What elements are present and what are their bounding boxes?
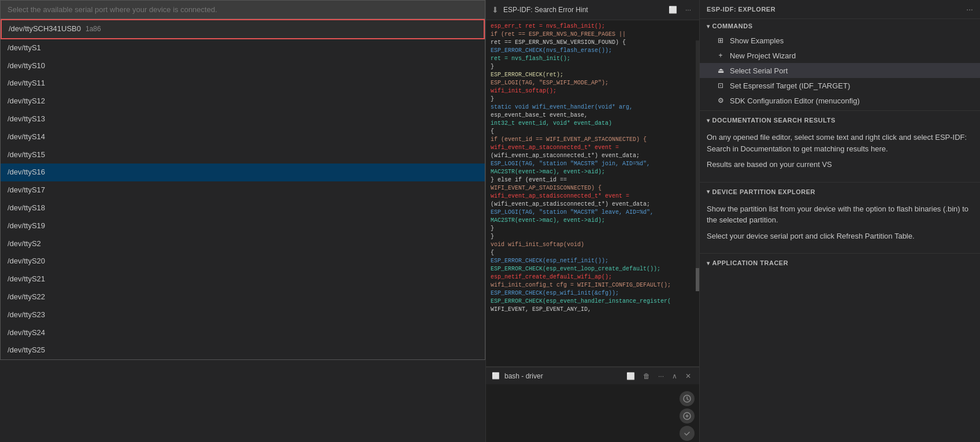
code-line: } xyxy=(486,233,699,241)
new-project-wizard-item[interactable]: + New Project Wizard xyxy=(700,48,980,63)
list-item[interactable]: /dev/ttyS11 xyxy=(1,75,485,92)
select-serial-port-item[interactable]: ⏏ Select Serial Port xyxy=(700,63,980,78)
sdk-config-item[interactable]: ⚙ SDK Configuration Editor (menuconfig) xyxy=(700,93,980,108)
code-line: } xyxy=(486,225,699,233)
device-partition-chevron-icon: ▾ xyxy=(707,188,710,195)
code-line: wifi_event_ap_stadisconnected_t* event = xyxy=(486,192,699,200)
serial-picker: /dev/ttySCH341USB0 1a86 /dev/ttyS1 /dev/… xyxy=(0,0,485,360)
list-item[interactable]: /dev/ttyS25 xyxy=(1,341,485,359)
set-target-item[interactable]: ⊡ Set Espressif Target (IDF_TARGET) xyxy=(700,78,980,93)
right-header: ESP-IDF: EXPLORER ··· xyxy=(700,0,980,19)
terminal-action-1[interactable] xyxy=(680,391,695,406)
code-line: esp_err_t ret = nvs_flash_init(); xyxy=(486,23,699,31)
code-line: wifi_init_softap(); xyxy=(486,87,699,95)
right-panel-title: ESP-IDF: EXPLORER xyxy=(707,6,775,13)
right-panel-more-button[interactable]: ··· xyxy=(966,5,973,14)
code-line: ESP_ERROR_CHECK(esp_event_handler_instan… xyxy=(486,298,699,306)
code-line: static void wifi_event_handler(void* arg… xyxy=(486,103,699,112)
divider-3 xyxy=(700,253,980,254)
middle-header: ⬇ ESP-IDF: Search Error Hint ⬜ ··· xyxy=(486,0,699,20)
list-item[interactable]: /dev/ttyS20 xyxy=(1,252,485,270)
device-partition-content: Show the partition list from your device… xyxy=(700,199,980,251)
list-item[interactable]: /dev/ttyS22 xyxy=(1,288,485,306)
code-line: } xyxy=(486,63,699,71)
code-line: wifi_event_ap_staconnected_t* event = xyxy=(486,144,699,152)
code-line: { xyxy=(486,128,699,136)
application-tracer-chevron-icon: ▾ xyxy=(707,260,710,266)
doc-search-description-1: On any opened file editor, select some t… xyxy=(707,132,973,154)
more-options-icon[interactable]: ··· xyxy=(683,5,693,15)
code-line: ret == ESP_ERR_NVS_NEW_VERSION_FOUND) { xyxy=(486,39,699,47)
split-editor-icon[interactable]: ⬜ xyxy=(666,5,680,15)
set-target-icon: ⊡ xyxy=(716,81,725,90)
list-item[interactable]: /dev/ttyS13 xyxy=(1,110,485,128)
list-item[interactable]: /dev/ttyS14 xyxy=(1,128,485,146)
list-item[interactable]: /dev/ttyS23 xyxy=(1,306,485,324)
serial-list: /dev/ttySCH341USB0 1a86 /dev/ttyS1 /dev/… xyxy=(1,18,485,359)
code-line: } else if (event_id == xyxy=(486,176,699,184)
list-item[interactable]: /dev/ttyS10 xyxy=(1,57,485,75)
doc-search-chevron-icon: ▾ xyxy=(707,117,710,124)
commands-section-header[interactable]: ▾ COMMANDS xyxy=(700,19,980,33)
code-line: ESP_ERROR_CHECK(esp_wifi_init(&cfg)); xyxy=(486,289,699,298)
application-tracer-section-header[interactable]: ▾ APPLICATION TRACER xyxy=(700,256,980,270)
doc-search-section-header[interactable]: ▾ DOCUMENTATION SEARCH RESULTS xyxy=(700,113,980,127)
serial-search-input[interactable] xyxy=(1,1,485,18)
code-line: if (event_id == WIFI_EVENT_AP_STACONNECT… xyxy=(486,136,699,144)
code-line: WIFI_EVENT_AP_STADISCONNECTED) { xyxy=(486,184,699,192)
show-examples-label: Show Examples xyxy=(730,36,784,45)
code-line: int32_t event_id, void* event_data) xyxy=(486,120,699,128)
set-target-label: Set Espressif Target (IDF_TARGET) xyxy=(730,81,850,90)
code-line: wifi_init_config_t cfg = WIFI_INIT_CONFI… xyxy=(486,281,699,289)
list-item[interactable]: /dev/ttyS18 xyxy=(1,199,485,217)
device-partition-section-label: DEVICE PARTITION EXPLORER xyxy=(712,188,816,195)
code-line: ESP_LOGI(TAG, "station "MACSTR" join, AI… xyxy=(486,160,699,168)
middle-header-icons: ⬜ ··· xyxy=(666,5,693,15)
list-item[interactable]: /dev/ttyS21 xyxy=(1,270,485,288)
list-item[interactable]: /dev/ttyS17 xyxy=(1,181,485,199)
split-terminal-icon[interactable]: ⬜ xyxy=(624,371,637,381)
code-line: esp_netif_create_default_wifi_ap(); xyxy=(486,273,699,281)
terminal-bar: ⬜ bash - driver ⬜ 🗑 ··· ∧ ✕ xyxy=(486,367,699,384)
code-line: (wifi_event_ap_stadisconnected_t*) event… xyxy=(486,200,699,209)
show-examples-icon: ⊞ xyxy=(716,36,725,45)
list-item[interactable]: /dev/ttyS15 xyxy=(1,146,485,164)
list-item[interactable]: /dev/ttyS2 xyxy=(1,235,485,253)
serial-item-selected[interactable]: /dev/ttySCH341USB0 1a86 xyxy=(1,19,485,39)
sdk-config-label: SDK Configuration Editor (menuconfig) xyxy=(730,96,860,105)
doc-search-section-label: DOCUMENTATION SEARCH RESULTS xyxy=(712,117,836,124)
terminal-checkmark-icon[interactable] xyxy=(680,426,695,441)
code-lines: esp_err_t ret = nvs_flash_init(); if (re… xyxy=(486,20,699,316)
device-partition-description-1: Show the partition list from your device… xyxy=(707,203,973,226)
close-terminal-icon[interactable]: ✕ xyxy=(683,371,693,381)
scrollbar xyxy=(696,40,699,291)
more-terminal-icon[interactable]: ··· xyxy=(656,371,666,381)
terminal-action-icons xyxy=(491,387,695,441)
code-line: if (ret == ESP_ERR_NVS_NO_FREE_PAGES || xyxy=(486,31,699,39)
code-line: WIFI_EVENT, ESP_EVENT_ANY_ID, xyxy=(486,306,699,314)
delete-terminal-icon[interactable]: 🗑 xyxy=(641,371,652,381)
list-item[interactable]: /dev/ttyS16 xyxy=(1,164,485,181)
list-item[interactable]: /dev/ttyS12 xyxy=(1,92,485,110)
code-line: void wifi_init_softap(void) xyxy=(486,241,699,249)
terminal-icons: ⬜ 🗑 ··· ∧ ✕ xyxy=(624,371,693,381)
middle-panel: ⬇ ESP-IDF: Search Error Hint ⬜ ··· esp_e… xyxy=(485,0,699,442)
show-examples-item[interactable]: ⊞ Show Examples xyxy=(700,33,980,48)
middle-header-title: ESP-IDF: Search Error Hint xyxy=(503,6,662,14)
list-item[interactable]: /dev/ttyS19 xyxy=(1,217,485,235)
divider-2 xyxy=(700,182,980,183)
terminal-action-2[interactable] xyxy=(680,408,695,424)
list-item[interactable]: /dev/ttyS24 xyxy=(1,324,485,342)
select-serial-port-icon: ⏏ xyxy=(716,66,725,75)
left-panel: /dev/ttySCH341USB0 1a86 /dev/ttyS1 /dev/… xyxy=(0,0,485,442)
code-line: ESP_LOGI(TAG, "station "MACSTR" leave, A… xyxy=(486,209,699,217)
new-project-label: New Project Wizard xyxy=(730,51,796,60)
device-partition-section-header[interactable]: ▾ DEVICE PARTITION EXPLORER xyxy=(700,185,980,199)
list-item[interactable]: /dev/ttyS1 xyxy=(1,39,485,57)
code-line: ESP_LOGI(TAG, "ESP_WIFI_MODE_AP"); xyxy=(486,79,699,87)
right-panel: ESP-IDF: EXPLORER ··· ▾ COMMANDS ⊞ Show … xyxy=(699,0,980,442)
maximize-terminal-icon[interactable]: ∧ xyxy=(670,371,680,381)
new-project-icon: + xyxy=(716,51,725,60)
code-line: (wifi_event_ap_staconnected_t*) event_da… xyxy=(486,152,699,160)
code-line: ESP_ERROR_CHECK(esp_event_loop_create_de… xyxy=(486,265,699,273)
